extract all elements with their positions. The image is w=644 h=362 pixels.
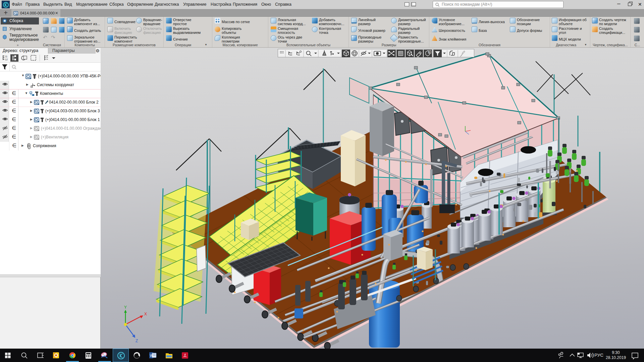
svg-text:B: B — [429, 51, 430, 53]
svg-text:X: X — [144, 312, 147, 316]
svg-text:12: 12 — [5, 58, 8, 61]
svg-text:11: 11 — [5, 55, 7, 58]
svg-text:Y: Y — [124, 305, 127, 310]
svg-text:W: W — [150, 354, 153, 358]
svg-text:Z: Z — [136, 339, 138, 343]
